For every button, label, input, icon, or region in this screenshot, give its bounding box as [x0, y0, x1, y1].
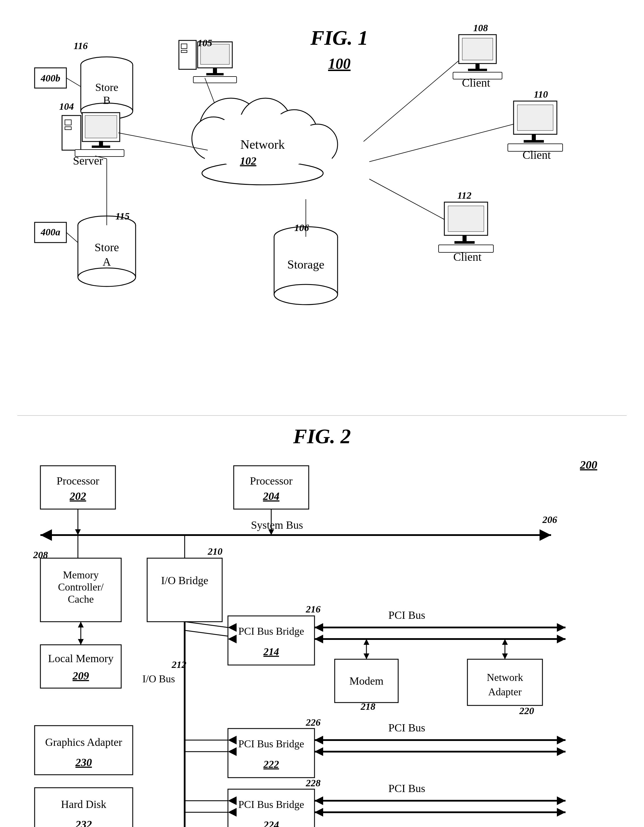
svg-rect-36 — [65, 127, 71, 130]
svg-text:Client: Client — [462, 76, 490, 89]
svg-rect-18 — [193, 76, 236, 83]
svg-text:PCI Bus Bridge: PCI Bus Bridge — [238, 626, 304, 637]
svg-rect-84 — [462, 235, 467, 242]
svg-text:Memory: Memory — [63, 569, 99, 581]
svg-text:210: 210 — [207, 546, 222, 557]
svg-text:224: 224 — [263, 819, 279, 827]
svg-text:204: 204 — [263, 490, 280, 502]
svg-text:106: 106 — [294, 222, 309, 233]
svg-text:Processor: Processor — [56, 475, 99, 487]
svg-rect-83 — [448, 206, 484, 232]
svg-text:Store: Store — [95, 241, 119, 254]
fig2-title-text: FIG. 2 — [293, 425, 351, 448]
svg-marker-179 — [557, 808, 566, 817]
svg-text:PCI Bus: PCI Bus — [388, 722, 425, 734]
fig2-svg: 200 Processor 202 Processor 204 System B… — [17, 451, 623, 827]
svg-marker-176 — [557, 796, 566, 805]
svg-text:I/O Bridge: I/O Bridge — [161, 574, 208, 587]
svg-rect-12 — [181, 44, 187, 48]
svg-text:Processor: Processor — [250, 475, 292, 487]
svg-marker-178 — [314, 808, 323, 817]
svg-text:228: 228 — [306, 778, 320, 788]
fig1-svg: Store B 116 400b 105 — [17, 17, 623, 407]
fig2-title: FIG. 2 — [17, 424, 627, 448]
svg-text:Server: Server — [73, 154, 103, 167]
svg-rect-91 — [40, 466, 115, 509]
svg-text:216: 216 — [306, 604, 320, 615]
svg-text:212: 212 — [171, 659, 187, 670]
svg-text:202: 202 — [70, 490, 86, 502]
svg-text:218: 218 — [360, 701, 375, 712]
svg-marker-146 — [364, 654, 369, 659]
svg-marker-153 — [502, 654, 508, 659]
svg-rect-38 — [85, 115, 117, 138]
svg-text:Network: Network — [240, 137, 285, 151]
svg-text:208: 208 — [33, 549, 48, 560]
svg-text:206: 206 — [542, 514, 557, 525]
svg-marker-163 — [314, 747, 323, 756]
svg-rect-85 — [454, 241, 474, 244]
svg-text:I/O Bus: I/O Bus — [142, 673, 175, 685]
svg-text:400a: 400a — [40, 227, 60, 237]
svg-marker-120 — [78, 622, 84, 627]
svg-text:110: 110 — [534, 89, 548, 100]
svg-marker-99 — [540, 529, 551, 541]
svg-text:214: 214 — [263, 646, 279, 657]
svg-text:Local Memory: Local Memory — [48, 652, 114, 665]
svg-rect-76 — [532, 134, 536, 140]
svg-text:B: B — [103, 94, 110, 106]
svg-text:220: 220 — [519, 705, 534, 716]
svg-text:400b: 400b — [40, 73, 60, 83]
svg-text:PCI Bus Bridge: PCI Bus Bridge — [238, 799, 304, 810]
svg-marker-160 — [314, 736, 323, 744]
svg-line-81 — [369, 124, 513, 162]
svg-text:Storage: Storage — [287, 258, 324, 271]
svg-text:Client: Client — [453, 250, 482, 263]
svg-text:108: 108 — [473, 22, 488, 33]
svg-text:226: 226 — [306, 717, 320, 728]
svg-rect-77 — [524, 140, 544, 143]
svg-text:Network: Network — [487, 672, 523, 683]
svg-marker-164 — [557, 747, 566, 756]
svg-text:200: 200 — [580, 458, 597, 471]
svg-rect-69 — [468, 69, 487, 71]
fig2-area: 200 Processor 202 Processor 204 System B… — [17, 451, 623, 827]
svg-marker-121 — [78, 639, 84, 645]
svg-text:A: A — [103, 255, 111, 268]
svg-marker-134 — [314, 623, 323, 632]
svg-text:Controller/: Controller/ — [58, 581, 104, 593]
svg-text:Modem: Modem — [349, 675, 383, 687]
svg-rect-17 — [206, 73, 224, 75]
svg-text:PCI Bus: PCI Bus — [388, 609, 425, 621]
svg-text:112: 112 — [457, 190, 471, 201]
svg-text:232: 232 — [75, 818, 92, 827]
svg-line-73 — [364, 61, 459, 142]
svg-line-10 — [66, 78, 81, 87]
svg-point-49 — [78, 268, 135, 286]
svg-text:209: 209 — [72, 669, 89, 682]
svg-rect-94 — [234, 466, 309, 509]
svg-text:104: 104 — [59, 101, 74, 112]
svg-text:Client: Client — [523, 148, 551, 161]
svg-text:PCI Bus Bridge: PCI Bus Bridge — [238, 738, 304, 750]
svg-text:Graphics Adapter: Graphics Adapter — [45, 736, 122, 748]
svg-rect-16 — [213, 68, 217, 73]
svg-marker-175 — [314, 796, 323, 805]
svg-marker-137 — [314, 635, 323, 643]
fig2-title-container: FIG. 2 — [17, 424, 627, 448]
svg-marker-138 — [557, 635, 566, 643]
svg-rect-67 — [462, 38, 493, 60]
svg-text:Adapter: Adapter — [488, 686, 522, 697]
svg-text:Hard Disk: Hard Disk — [61, 798, 106, 810]
svg-text:102: 102 — [240, 155, 257, 167]
svg-text:System Bus: System Bus — [251, 519, 303, 531]
svg-rect-126 — [228, 616, 314, 665]
svg-text:230: 230 — [75, 756, 92, 768]
svg-text:115: 115 — [115, 211, 129, 222]
svg-rect-39 — [99, 141, 103, 146]
fig1-area: FIG. 1 100 Store B 116 400b — [17, 17, 627, 416]
svg-rect-68 — [476, 64, 479, 69]
svg-rect-35 — [65, 120, 71, 125]
svg-line-55 — [66, 232, 78, 243]
svg-marker-98 — [40, 529, 52, 541]
